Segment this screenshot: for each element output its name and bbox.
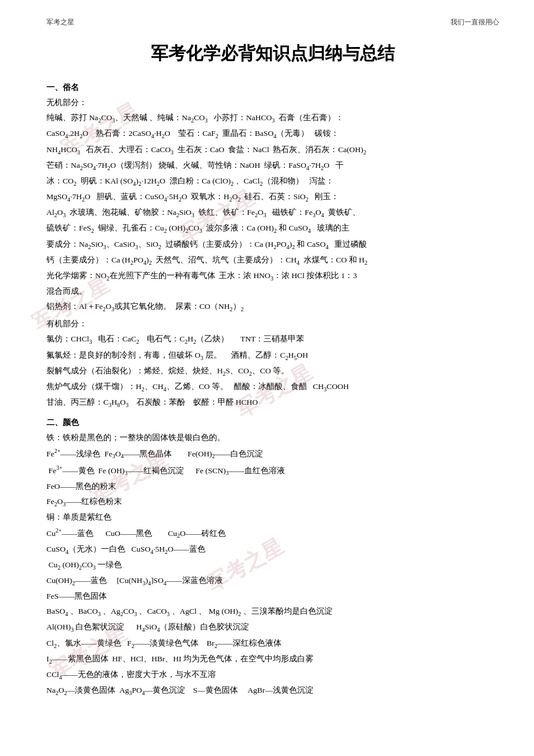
- line-6: MgSO4·7H2O 胆矾、蓝矾：CuSO4·5H2O 双氧水：H2O2 硅石、…: [46, 190, 499, 205]
- color-cl2: Cl2、氯水——黄绿色 F2——淡黄绿色气体 Br2——深红棕色液体: [46, 636, 499, 651]
- line-15: 氟氯烃：是良好的制冷剂，有毒，但破坏 O3 层。 酒精、乙醇：C2H5OH: [46, 348, 499, 363]
- section-color: 二、颜色 铁：铁粉是黑色的；一整块的固体铁是银白色的。 Fe2+——浅绿色 Fe…: [46, 415, 499, 699]
- section1-title: 一、俗名: [46, 80, 499, 95]
- color-cu-intro: 铜：单质是紫红色: [46, 510, 499, 525]
- line-8: 硫铁矿：FeS2 铜绿、孔雀石：Cu2 (OH)2CO3 波尔多液：Ca (OH…: [46, 221, 499, 236]
- section-suming: 一、俗名 无机部分： 纯碱、苏打 Na2CO3、天然碱 、纯碱：Na2CO3 小…: [46, 80, 499, 411]
- line-10: 钙（主要成分）：Ca (H2PO4)2 天然气、沼气、坑气（主要成分）：CH4 …: [46, 253, 499, 268]
- inorganic-title: 无机部分：: [46, 96, 499, 110]
- line-9: 要成分：Na2SiO3、CaSiO3、SiO2 过磷酸钙（主要成分）：Ca (H…: [46, 237, 499, 253]
- header-left: 军考之星: [46, 17, 74, 27]
- color-ccl4: CCl4——无色的液体，密度大于水，与水不互溶: [46, 668, 499, 683]
- color-cu2oh: Cu2 (OH)2CO3 一绿色: [46, 558, 499, 573]
- line-1: 纯碱、苏打 Na2CO3、天然碱 、纯碱：Na2CO3 小苏打：NaHCO3 石…: [46, 111, 499, 126]
- line-16: 裂解气成分（石油裂化）：烯烃、烷烃、炔烃、H2S、CO2、CO 等。: [46, 364, 499, 379]
- color-na2o2: Na2O2—淡黄色固体 Ag3PO4—黄色沉淀 S—黄色固体 AgBr—浅黄色沉…: [46, 683, 499, 699]
- color-feo: FeO——黑色的粉末: [46, 480, 499, 494]
- organic-title: 有机部分：: [46, 317, 499, 332]
- line-2: CaSO4.2H2O 熟石膏：2CaSO4·H2O 莹石：CaF2 重晶石：Ba…: [46, 127, 499, 142]
- line-13: 铝热剂：Al＋Fe2O3或其它氧化物。 尿素：CO（NH2）2: [46, 300, 499, 315]
- color-cu2: Cu2+——蓝色 CuO——黑色 Cu2O——砖红色: [46, 525, 499, 542]
- color-fe: 铁：铁粉是黑色的；一整块的固体铁是银白色的。: [46, 431, 499, 445]
- line-12: 混合而成。: [46, 285, 499, 299]
- color-i2: I2——紫黑色固体 HF、HCl、HBr、HI 均为无色气体，在空气中均形成白雾: [46, 652, 499, 667]
- color-cuso4: CuSO4（无水）一白色 CuSO4·5H2O——蓝色: [46, 542, 499, 557]
- color-fes: FeS——黑色固体: [46, 589, 499, 604]
- page: 军考之星 军考之星 军考之星 军考之星 军考之星 军考之星 军考之星 军考之星 …: [0, 0, 534, 756]
- line-4: 芒硝：Na2SO4·7H2O（缓泻剂） 烧碱、火碱、苛性钠：NaOH 绿矾：Fa…: [46, 159, 499, 174]
- line-7: Al2O3 水玻璃、泡花碱、矿物胶：Na2SiO3 铁红、铁矿：Fe2O3 磁铁…: [46, 206, 499, 221]
- header-right: 我们一直很用心: [450, 17, 499, 27]
- color-aloh3: Al(OH)3 白色絮状沉淀 H4SiO4（原硅酸）白色胶状沉淀: [46, 620, 499, 635]
- color-fe3: Fe3+——黄色 Fe (OH)3——红褐色沉淀 Fe (SCN)3——血红色溶…: [46, 463, 499, 479]
- color-baso4: BaSO4 、BaCO3 、Ag2CO3 、CaCO3 、AgCl 、 Mg (…: [46, 604, 499, 620]
- line-3: NH4HCO3 石灰石、大理石：CaCO3 生石灰：CaO 食盐：NaCl 熟石…: [46, 143, 499, 158]
- page-header: 军考之星 我们一直很用心: [46, 17, 499, 30]
- color-fe2: Fe2+——浅绿色 Fe3O4——黑色晶体 Fe(OH)2——白色沉淀: [46, 446, 499, 462]
- line-5: 冰：CO2 明矾：KAl (SO4)2·12H2O 漂白粉：Ca (ClO)2 …: [46, 174, 499, 189]
- line-11: 光化学烟雾：NO2在光照下产生的一种有毒气体 王水：浓 HNO3：浓 HCl 按…: [46, 269, 499, 284]
- line-18: 甘油、丙三醇：C3H8O3 石炭酸：苯酚 蚁醛：甲醛 HCHO: [46, 395, 499, 411]
- color-fe2o3: Fe2O3——红棕色粉末: [46, 495, 499, 510]
- line-17: 焦炉气成分（煤干馏）：H2、CH4、乙烯、CO 等。 醋酸：冰醋酸、食醋 CH3…: [46, 380, 499, 395]
- page-title: 军考化学必背知识点归纳与总结: [46, 42, 499, 66]
- line-14: 氯仿：CHCl3 电石：CaC2 电石气：C2H2（乙炔） TNT：三硝基甲苯: [46, 332, 499, 347]
- color-cuoh2: Cu(OH)2——蓝色 [Cu(NH3)4]SO4——深蓝色溶液: [46, 574, 499, 589]
- section2-title: 二、颜色: [46, 415, 499, 430]
